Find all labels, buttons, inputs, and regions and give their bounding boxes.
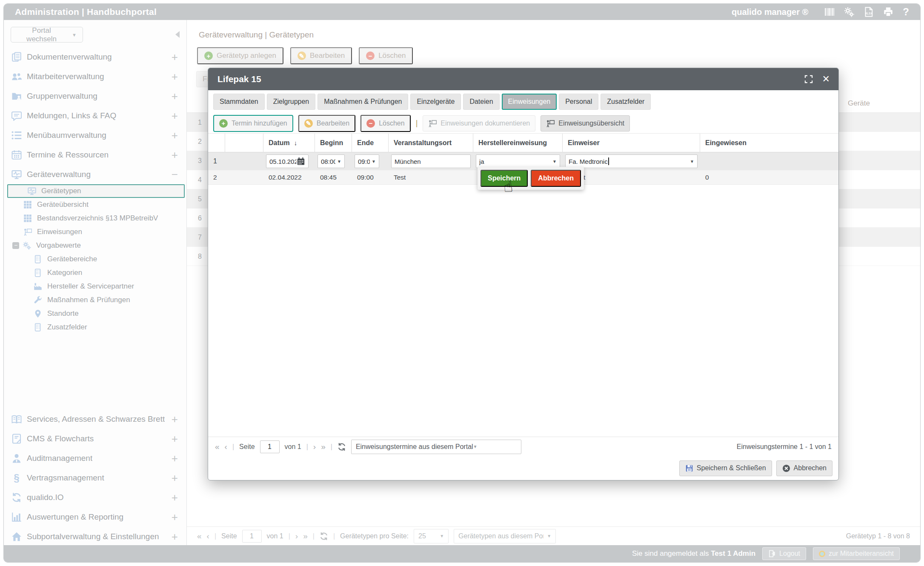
modal-delete-button[interactable]: − Löschen: [360, 115, 411, 132]
add-termin-button[interactable]: + Termin hinzufügen: [213, 115, 293, 132]
seite-label: Seite: [239, 443, 255, 451]
app-frame: Administration | Handbuchportal qualido …: [3, 3, 921, 563]
header-ende[interactable]: Ende: [352, 134, 389, 152]
table-empty-space: [208, 185, 838, 437]
beginn-cell: 08:00 ▼: [315, 154, 352, 168]
add-termin-label: Termin hinzufügen: [232, 120, 287, 127]
scope-value: Einweisungstermine aus diesem Portal: [356, 443, 473, 451]
header-veranstaltungsort[interactable]: Veranstaltungsort: [389, 134, 473, 152]
header-beginn[interactable]: Beginn: [315, 134, 352, 152]
einweisungstermine-scope-select[interactable]: Einweisungstermine aus diesem Portal ▼: [351, 440, 521, 454]
last-page-icon[interactable]: »: [321, 442, 326, 452]
beginn-value: 08:00: [321, 158, 335, 165]
chevron-down-icon: ▼: [335, 159, 341, 164]
ort-cell: München: [389, 154, 473, 168]
chevron-down-icon: ▼: [688, 159, 694, 164]
tab-zusatzfelder[interactable]: Zusatzfelder: [601, 94, 651, 110]
refresh-icon[interactable]: [338, 443, 346, 451]
document-einweisungen-label: Einweisungen dokumentieren: [441, 120, 530, 127]
modal-edit-button[interactable]: ✎ Bearbeiten: [298, 115, 355, 132]
chevron-down-icon: ▼: [473, 444, 478, 449]
einweisungsuebersicht-button[interactable]: Einweisungsübersicht: [541, 115, 630, 131]
hersteller-value: ja: [479, 158, 484, 165]
header-empty: [208, 134, 225, 152]
modal-header-icons: ✕: [804, 75, 830, 83]
plus-circle-icon: +: [219, 119, 228, 128]
beginn-select[interactable]: 08:00 ▼: [318, 154, 345, 168]
einweiser-value: Fa. Medtronic: [569, 158, 608, 165]
modal-toolbar: + Termin hinzufügen ✎ Bearbeiten − Lösch…: [208, 113, 838, 134]
datum-value: 05.10.2022: [269, 158, 297, 165]
ende-value: 09:00: [358, 158, 370, 165]
save-close-label: Speichern & Schließen: [697, 464, 766, 472]
header-datum-label: Datum: [269, 139, 290, 147]
beginn-cell: 08:45: [315, 174, 352, 181]
modal-cancel-label: Abbrechen: [794, 464, 827, 472]
cancel-button[interactable]: Abbrechen: [531, 170, 581, 187]
header-datum[interactable]: Datum ↓: [263, 134, 315, 152]
datum-cell: 05.10.2022: [263, 154, 315, 168]
header-einweiser[interactable]: Einweiser: [563, 134, 700, 152]
modal-edit-label: Bearbeiten: [317, 120, 349, 127]
presenter-icon: [546, 119, 555, 128]
einweisungen-table-header: Datum ↓ Beginn Ende Veranstaltungsort He…: [208, 134, 838, 152]
separator: |: [306, 443, 308, 451]
calendar-icon[interactable]: [297, 157, 305, 166]
lifepak-modal: Lifepak 15 ✕ StammdatenZielgruppenMaßnah…: [208, 68, 839, 480]
next-page-icon[interactable]: ›: [313, 442, 316, 452]
ort-value: München: [395, 158, 421, 165]
datum-cell: 02.04.2022: [263, 174, 315, 181]
prev-page-icon[interactable]: ‹: [225, 442, 227, 452]
chevron-down-icon: ▼: [551, 159, 557, 164]
ort-cell: Test: [389, 174, 473, 181]
document-einweisungen-button[interactable]: Einweisungen dokumentieren: [423, 115, 535, 131]
modal-tabs: StammdatenZielgruppenMaßnahmen & Prüfung…: [208, 90, 838, 113]
tab-dateien[interactable]: Dateien: [463, 94, 499, 110]
header-eingewiesen[interactable]: Eingewiesen: [700, 134, 838, 152]
tab-ma-nahmen-pr-fungen[interactable]: Maßnahmen & Prüfungen: [318, 94, 408, 110]
toolbar-separator: |: [416, 119, 418, 128]
modal-title: Lifepak 15: [217, 74, 261, 84]
hersteller-cell: ja ▼: [473, 154, 563, 168]
ende-cell: 09:00: [352, 174, 389, 181]
chevron-down-icon: ▼: [370, 159, 376, 164]
minus-circle-icon: −: [366, 119, 375, 128]
tab-einzelger-te[interactable]: Einzelgeräte: [410, 94, 461, 110]
first-page-icon[interactable]: «: [215, 442, 220, 452]
tab-zielgruppen[interactable]: Zielgruppen: [267, 94, 316, 110]
text-cursor: [608, 157, 609, 165]
separator: |: [232, 443, 234, 451]
row-number: 2: [208, 174, 225, 181]
mouse-cursor-icon: ☝: [503, 177, 514, 196]
modal-delete-label: Löschen: [379, 120, 405, 127]
tab-personal[interactable]: Personal: [559, 94, 598, 110]
ende-select[interactable]: 09:00 ▼: [355, 154, 379, 168]
floppy-disk-icon: [685, 464, 693, 472]
tab-einweisungen[interactable]: Einweisungen: [502, 94, 557, 110]
tab-stammdaten[interactable]: Stammdaten: [213, 94, 265, 110]
herstellereinweisung-select[interactable]: ja ▼: [476, 154, 560, 168]
save-close-button[interactable]: Speichern & Schließen: [679, 460, 772, 476]
modal-header[interactable]: Lifepak 15 ✕: [208, 68, 838, 90]
einweisungsuebersicht-label: Einweisungsübersicht: [558, 120, 624, 127]
veranstaltungsort-input[interactable]: München: [391, 154, 471, 168]
page-number-input[interactable]: 1: [260, 440, 280, 453]
einweiser-combo-input[interactable]: Fa. Medtronic ▼: [565, 154, 698, 168]
maximize-icon[interactable]: [804, 75, 813, 83]
presenter-icon: [428, 119, 437, 128]
datum-input[interactable]: 05.10.2022: [266, 154, 309, 168]
cancel-circle-icon: [782, 464, 790, 472]
save-cancel-popup: Speichern Abbrechen: [478, 167, 584, 190]
modal-actions: Speichern & Schließen Abbrechen: [208, 456, 838, 480]
page-of-label: von 1: [285, 443, 301, 451]
separator: |: [331, 443, 332, 451]
close-icon[interactable]: ✕: [822, 75, 830, 83]
pencil-circle-icon: ✎: [304, 119, 313, 128]
modal-cancel-button[interactable]: Abbrechen: [776, 460, 832, 476]
row-number: 1: [208, 157, 225, 165]
sort-desc-icon: ↓: [294, 139, 298, 146]
modal-pagination: « ‹ | Seite 1 von 1 | › » | Einweisungst…: [208, 437, 838, 456]
eingewiesen-cell: 0: [700, 174, 838, 181]
range-label: Einweisungstermine 1 - 1 von 1: [737, 443, 832, 451]
header-herstellereinweisung[interactable]: Herstellereinweisung: [473, 134, 563, 152]
